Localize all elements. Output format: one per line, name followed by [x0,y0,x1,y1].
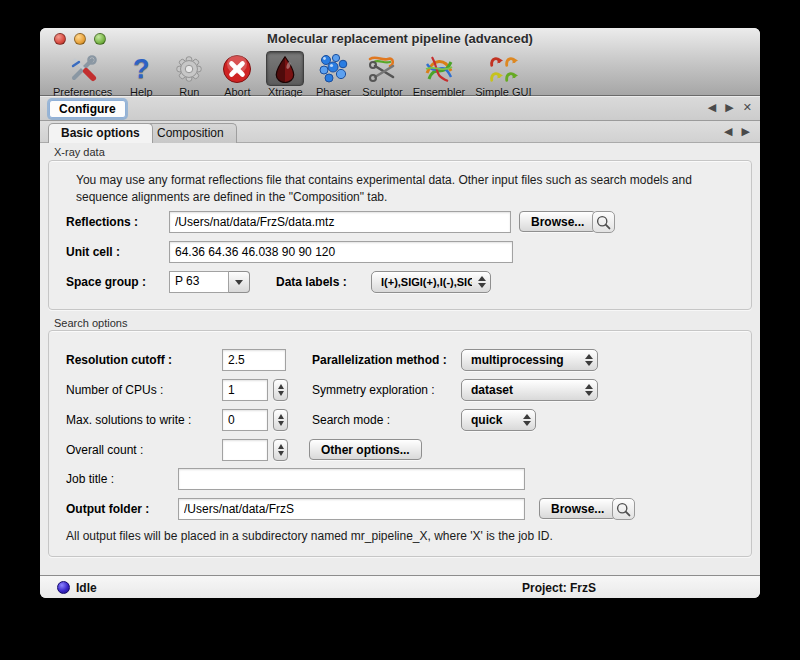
tab-configure[interactable]: Configure [49,100,126,118]
cpus-stepper[interactable] [273,379,288,401]
status-indicator-icon [57,581,70,594]
output-browse-button[interactable]: Browse... [539,498,616,519]
popup-arrows-icon [523,414,531,426]
combo-arrow-icon[interactable] [229,271,250,293]
search-options-groupbox: Resolution cutoff : Parallelization meth… [48,330,752,557]
document-tab-strip: Configure ◀ ▶ ✕ [40,97,760,121]
popup-arrows-icon [478,276,486,288]
overall-count-label: Overall count : [66,443,143,457]
window-chrome: Molecular replacement pipeline (advanced… [40,28,760,96]
parallelization-method-value: multiprocessing [471,353,579,367]
job-title-input[interactable] [178,468,525,490]
parallelization-method-select[interactable]: multiprocessing [461,349,598,371]
symmetry-exploration-label: Symmetry exploration : [312,383,435,397]
search-options-legend: Search options [54,317,127,329]
tools-icon [64,51,102,86]
resolution-cutoff-label: Resolution cutoff : [66,353,172,367]
unit-cell-input[interactable] [169,241,513,263]
xray-description-line2: sequence alignments are defined in the "… [76,190,387,204]
toolbar-item-simple-gui[interactable]: Simple GUI [470,50,536,98]
parallelization-method-label: Parallelization method : [312,353,447,367]
status-state: Idle [76,581,97,595]
tab-composition[interactable]: Composition [144,123,237,143]
max-solutions-label: Max. solutions to write : [66,413,191,427]
tab-close-icon[interactable]: ✕ [743,101,752,114]
ribbon-tangle-icon [420,51,458,86]
scissors-icon [363,51,401,86]
output-folder-input[interactable] [178,498,525,520]
symmetry-exploration-select[interactable]: dataset [461,379,598,401]
magnifier-icon [615,501,632,518]
reflections-browse-button[interactable]: Browse... [519,211,596,232]
search-mode-label: Search mode : [312,413,390,427]
data-labels-select[interactable]: I(+),SIGI(+),I(-),SIGI(-) [371,271,491,293]
xray-data-legend: X-ray data [54,146,105,158]
symmetry-exploration-value: dataset [471,383,579,397]
tab-basic-options[interactable]: Basic options [48,123,153,143]
search-mode-select[interactable]: quick [461,409,536,431]
status-bar: Idle Project: FrzS [40,575,760,598]
overall-count-input[interactable] [222,439,268,461]
resolution-cutoff-input[interactable] [222,349,286,371]
space-group-label: Space group : [66,275,146,289]
titlebar[interactable]: Molecular replacement pipeline (advanced… [40,28,760,50]
magnifier-icon [595,214,612,231]
space-group-combo[interactable]: P 63 [169,271,250,293]
search-mode-value: quick [471,413,517,427]
unit-cell-label: Unit cell : [66,245,120,259]
xray-description-line1: You may use any format reflections file … [76,173,692,187]
blue-molecules-icon [314,51,352,86]
toolbar-item-xtriage[interactable]: Xtriage [261,50,309,98]
popup-arrows-icon [585,354,593,366]
status-project: Project: FrzS [522,581,596,595]
toolbar-item-sculptor[interactable]: Sculptor [357,50,407,98]
nav-forward-icon[interactable]: ▶ [725,101,733,114]
stop-x-icon [218,51,256,86]
space-group-value: P 63 [169,271,229,293]
other-options-button[interactable]: Other options... [309,439,422,460]
toolbar: Preferences ? Help [40,50,760,96]
output-preview-button[interactable] [612,498,635,520]
nav-back-icon[interactable]: ◀ [724,125,732,138]
output-folder-label: Output folder : [66,502,149,516]
overall-count-stepper[interactable] [273,439,288,461]
basic-options-panel: X-ray data You may use any format reflec… [40,143,760,575]
xray-data-groupbox: You may use any format reflections file … [48,160,752,310]
ribbon-grid-icon [484,51,522,86]
toolbar-item-ensembler[interactable]: Ensembler [408,50,471,98]
job-title-label: Job title : [66,472,114,486]
output-note: All output files will be placed in a sub… [66,529,553,543]
number-of-cpus-label: Number of CPUs : [66,383,163,397]
toolbar-item-phaser[interactable]: Phaser [309,50,357,98]
app-window: Molecular replacement pipeline (advanced… [40,28,760,598]
reflections-preview-button[interactable] [592,211,615,233]
nav-back-icon[interactable]: ◀ [708,101,716,114]
number-of-cpus-input[interactable] [222,379,268,401]
toolbar-item-abort[interactable]: Abort [213,50,261,98]
sub-tab-strip: Basic options Composition ◀ ▶ [40,121,760,143]
reflections-input[interactable] [169,211,511,233]
toolbar-item-help[interactable]: ? Help [117,50,165,98]
red-drop-icon [266,51,304,86]
gear-icon [170,51,208,86]
toolbar-item-preferences[interactable]: Preferences [48,50,117,98]
toolbar-item-run[interactable]: Run [165,50,213,98]
data-labels-label: Data labels : [276,275,347,289]
reflections-label: Reflections : [66,215,138,229]
question-icon: ? [122,51,160,86]
max-solutions-input[interactable] [222,409,268,431]
data-labels-value: I(+),SIGI(+),I(-),SIGI(-) [381,276,472,288]
window-title: Molecular replacement pipeline (advanced… [40,28,760,50]
max-solutions-stepper[interactable] [273,409,288,431]
popup-arrows-icon [585,384,593,396]
nav-forward-icon[interactable]: ▶ [742,125,750,138]
